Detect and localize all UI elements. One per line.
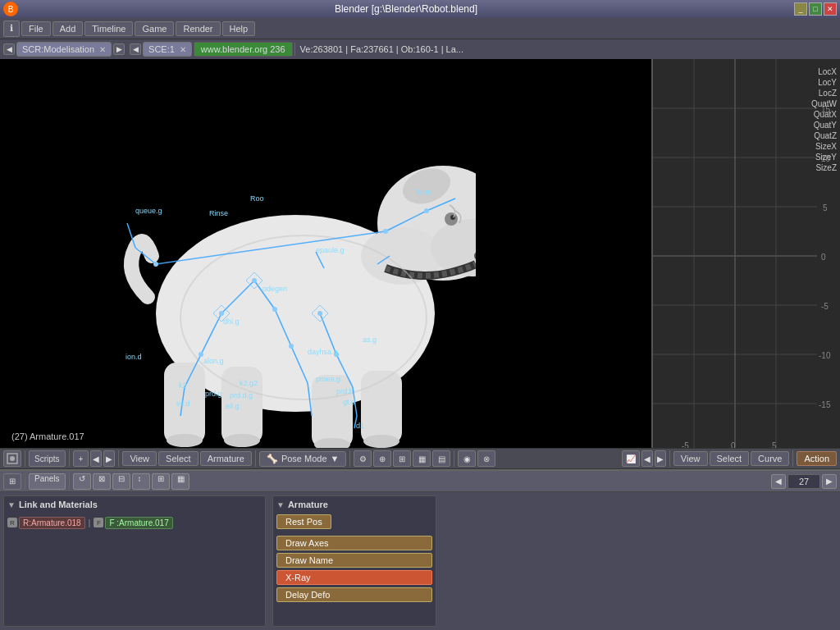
screen-tab-arrow-left[interactable]: ◀: [3, 43, 15, 55]
minimize-button[interactable]: _: [794, 2, 807, 16]
svg-line-25: [180, 387, 185, 416]
rest-pos-btn[interactable]: Rest Pos: [276, 514, 331, 529]
props-icon-btn5[interactable]: ⊞: [152, 473, 170, 490]
vp-icon3[interactable]: ⊞: [393, 450, 411, 467]
sep-p1: [25, 473, 25, 490]
menu-timeline[interactable]: Timeline: [84, 21, 133, 36]
panels-btn[interactable]: Panels: [29, 473, 66, 490]
3d-viewport[interactable]: queue.g Rinse Roo Teste. epaule.g odegen…: [0, 59, 651, 448]
action-label[interactable]: Action: [797, 451, 837, 466]
channel-locz: LocZ: [811, 89, 837, 98]
nav-arrow-left[interactable]: ◀: [90, 450, 102, 467]
frame-prev-btn[interactable]: ◀: [771, 474, 786, 489]
props-icon-btn4[interactable]: ↕: [132, 473, 150, 490]
svg-text:-5: -5: [821, 302, 829, 311]
vp-icon1[interactable]: ⚙: [354, 450, 372, 467]
menu-game[interactable]: Game: [135, 21, 174, 36]
graph-nav-right[interactable]: ▶: [655, 450, 666, 467]
viewport-section: queue.g Rinse Roo Teste. epaule.g odegen…: [0, 59, 840, 448]
vp-icon7[interactable]: ⊗: [477, 450, 495, 467]
svg-line-27: [275, 309, 291, 346]
delay-defo-btn[interactable]: Delay Defo: [276, 587, 432, 602]
r-armature-label[interactable]: R:Armature.018: [19, 517, 85, 529]
titlebar-controls[interactable]: _ □ ✕: [794, 2, 837, 16]
screen-tab-label: SCR:Modelisation: [22, 44, 94, 54]
channel-sizex: SizeX: [811, 142, 837, 151]
sep5: [349, 450, 350, 467]
props-icon-btn1[interactable]: ↺: [73, 473, 91, 490]
draw-axes-btn[interactable]: Draw Axes: [276, 536, 432, 550]
titlebar: B Blender [g:\Blender\Robot.blend] _ □ ✕: [0, 0, 840, 18]
svg-line-26: [254, 281, 275, 309]
r-armature-box: R R:Armature.018: [7, 517, 85, 529]
menu-file[interactable]: File: [21, 21, 51, 36]
draw-name-btn[interactable]: Draw Name: [276, 553, 432, 568]
graph-grid: -5 0 5 15 10 5 0 -5 -10 -15 LocX LocY Lo…: [653, 59, 840, 448]
svg-point-37: [383, 229, 388, 234]
vp-icon5[interactable]: ▤: [432, 450, 450, 467]
view-menu[interactable]: View: [122, 451, 157, 466]
frame-number[interactable]: 27: [788, 474, 820, 489]
frame-next-btn[interactable]: ▶: [822, 474, 837, 489]
close-button[interactable]: ✕: [824, 2, 837, 16]
f-armature-label[interactable]: F :Armature.017: [105, 517, 172, 529]
vp-icon2[interactable]: ⊕: [373, 450, 391, 467]
graph-icon[interactable]: 📈: [622, 450, 640, 467]
vp-icon6[interactable]: ◉: [458, 450, 476, 467]
screen-tab[interactable]: SCR:Modelisation ✕: [16, 42, 112, 57]
viewport-icon-btn[interactable]: [3, 450, 21, 467]
graph-editor[interactable]: -5 0 5 15 10 5 0 -5 -10 -15 LocX LocY Lo…: [651, 59, 840, 448]
graph-select-menu[interactable]: Select: [710, 451, 750, 466]
scene-tab-close[interactable]: ✕: [180, 45, 186, 54]
armature-overlay: [0, 59, 651, 448]
props-icon-btn6[interactable]: ▦: [171, 473, 189, 490]
add-btn[interactable]: +: [73, 450, 89, 467]
props-icon-btn3[interactable]: ⊟: [112, 473, 130, 490]
svg-line-29: [308, 383, 312, 416]
svg-line-17: [156, 231, 386, 264]
viewport-toolbar: Scripts + ◀ ▶ View Select Armature 🦴 Pos…: [0, 448, 840, 469]
scene-tab[interactable]: SCE:1 ✕: [143, 42, 192, 57]
svg-point-40: [272, 307, 277, 312]
graph-nav-left[interactable]: ◀: [641, 450, 653, 467]
menu-help[interactable]: Help: [222, 21, 256, 36]
maximize-button[interactable]: □: [809, 2, 822, 16]
svg-line-31: [336, 354, 353, 387]
viewport-icon: [6, 452, 19, 465]
svg-point-38: [219, 311, 224, 316]
menu-render[interactable]: Render: [176, 21, 220, 36]
select-menu[interactable]: Select: [158, 451, 199, 466]
vp-icon4[interactable]: ▦: [413, 450, 431, 467]
svg-line-18: [135, 248, 156, 264]
titlebar-title: Blender [g:\Blender\Robot.blend]: [335, 3, 477, 15]
svg-line-21: [427, 199, 455, 211]
menu-add[interactable]: Add: [52, 21, 84, 36]
graph-view-menu[interactable]: View: [673, 451, 708, 466]
svg-line-19: [127, 223, 135, 248]
xray-btn[interactable]: X-Ray: [276, 570, 432, 585]
screen-tab-close[interactable]: ✕: [99, 45, 106, 54]
pose-mode-dropdown[interactable]: 🦴 Pose Mode ▼: [259, 451, 347, 467]
channel-sizey: SizeY: [811, 153, 837, 162]
nav-arrow-right[interactable]: ▶: [103, 450, 115, 467]
url-bar[interactable]: www.blender.org 236: [194, 42, 293, 57]
props-icon[interactable]: ⊞: [3, 473, 21, 490]
svg-line-33: [354, 416, 357, 428]
url-text: www.blender.org 236: [201, 44, 285, 54]
scene-tab-label: SCE:1: [148, 44, 175, 54]
armature-menu[interactable]: Armature: [200, 451, 252, 466]
scene-container: queue.g Rinse Roo Teste. epaule.g odegen…: [0, 59, 651, 448]
channel-sizez: SizeZ: [811, 163, 837, 172]
graph-curve-menu[interactable]: Curve: [751, 451, 789, 466]
sep4: [255, 450, 256, 467]
scripts-btn[interactable]: Scripts: [29, 450, 66, 467]
sep8: [792, 450, 793, 467]
scene-tab-arrow-left[interactable]: ◀: [130, 43, 141, 55]
props-icon-btn2[interactable]: ⊠: [93, 473, 111, 490]
info-icon[interactable]: ℹ: [3, 21, 20, 37]
screen-tab-arrow-right[interactable]: ▶: [113, 43, 125, 55]
sep1: [25, 450, 25, 467]
link-materials-panel: ▼ Link and Materials R R:Armature.018 | …: [3, 495, 266, 627]
svg-line-22: [221, 281, 254, 313]
sep2: [69, 450, 70, 467]
